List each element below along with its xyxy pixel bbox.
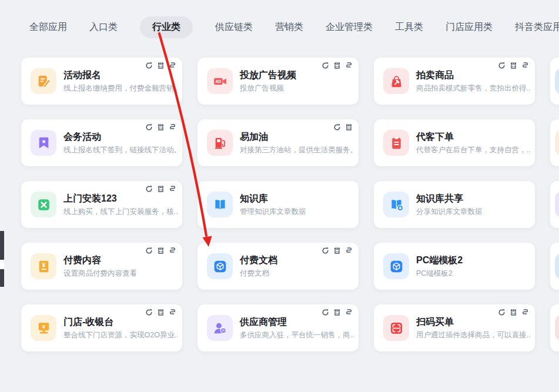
card-actions xyxy=(322,62,353,69)
store-icon[interactable] xyxy=(157,62,165,69)
app-icon xyxy=(555,130,559,156)
link-icon[interactable] xyxy=(345,62,353,69)
app-card-toufangguanggao[interactable]: 投放广告视频 投放广告视频 xyxy=(198,58,359,105)
app-card-saomamaidan[interactable]: 扫码买单 用户通过插件选择商品，可以直接... xyxy=(374,304,535,351)
yen-doc-icon xyxy=(31,253,56,279)
card-title: 易加油 xyxy=(240,130,354,143)
card-subtitle: 投放广告视频 xyxy=(240,83,296,93)
app-icon xyxy=(555,315,559,341)
app-card-pcduanmoban[interactable]: PC端模板2 PC端模板2 xyxy=(374,243,535,290)
app-card-gongyingshangguanli[interactable]: 供应商管理 多供应商入驻，平台统一销售，商... xyxy=(198,304,359,351)
refresh-icon[interactable] xyxy=(145,123,153,131)
refresh-icon[interactable] xyxy=(145,309,153,316)
card-subtitle: 管理知识库文章数据 xyxy=(240,207,306,217)
app-card-zhishiku-gongxiang[interactable]: 知识库共享 分享知识库文章数据 xyxy=(374,181,535,228)
card-title: 投放广告视频 xyxy=(240,69,296,81)
card-title: 知识库 xyxy=(240,192,306,205)
fuel-pump-icon xyxy=(207,130,233,156)
card-subtitle: 用户通过插件选择商品，可以直接... xyxy=(416,330,530,340)
refresh-icon[interactable] xyxy=(498,62,506,69)
card-actions xyxy=(333,123,353,131)
store-icon[interactable] xyxy=(345,123,353,131)
app-card-partial[interactable] xyxy=(550,243,559,290)
tab-douyin-apps[interactable]: 抖音类应用 xyxy=(515,21,559,33)
card-actions xyxy=(322,309,353,316)
card-subtitle: 线上报名线下签到，链接线下活动。 xyxy=(63,145,178,155)
cube-icon xyxy=(383,253,409,279)
card-subtitle: 付费文档 xyxy=(240,269,277,279)
tools-icon xyxy=(31,192,56,217)
card-title: 活动报名 xyxy=(63,69,178,81)
book-icon xyxy=(207,192,233,217)
app-card-daikexiadan[interactable]: 代客下单 代替客户在后台下单，支持自营，... xyxy=(374,119,535,166)
refresh-icon[interactable] xyxy=(322,247,329,254)
tab-marketing[interactable]: 营销类 xyxy=(275,21,303,33)
link-icon[interactable] xyxy=(521,62,529,69)
store-icon[interactable] xyxy=(157,185,165,193)
refresh-icon[interactable] xyxy=(145,185,153,193)
link-icon[interactable] xyxy=(345,309,353,316)
card-subtitle: 对接第三方油站，提供生活类服务。 xyxy=(240,145,354,155)
app-card-shangmenanzhuang[interactable]: 上门安装123 线上购买，线下上门安装服务，核... xyxy=(21,181,182,228)
refresh-icon[interactable] xyxy=(322,62,329,69)
app-card-yijiayou[interactable]: 易加油 对接第三方油站，提供生活类服务。 xyxy=(198,119,359,166)
tab-industry[interactable]: 行业类 xyxy=(140,16,193,38)
store-icon[interactable] xyxy=(510,309,517,316)
card-actions xyxy=(322,247,353,254)
app-card-partial[interactable] xyxy=(550,119,559,166)
link-icon[interactable] xyxy=(521,309,529,316)
app-icon xyxy=(555,192,559,217)
tab-entry[interactable]: 入口类 xyxy=(89,21,118,33)
link-icon[interactable] xyxy=(169,309,176,316)
store-icon[interactable] xyxy=(157,247,165,254)
refresh-icon[interactable] xyxy=(322,309,329,316)
tab-enterprise-mgmt[interactable]: 企业管理类 xyxy=(326,21,373,33)
tab-store-apps[interactable]: 门店应用类 xyxy=(446,21,493,33)
store-icon[interactable] xyxy=(157,309,165,316)
card-subtitle: 设置商品付费内容查看 xyxy=(63,269,137,279)
store-icon[interactable] xyxy=(510,62,517,69)
card-title: PC端模板2 xyxy=(416,254,463,266)
store-icon[interactable] xyxy=(333,247,341,254)
card-actions xyxy=(498,309,529,316)
app-icon xyxy=(555,68,559,94)
link-icon[interactable] xyxy=(169,62,176,69)
app-card-fufeiwendang[interactable]: 付费文档 付费文档 xyxy=(198,243,359,290)
app-card-paimaishangpin[interactable]: 拍卖商品 商品拍卖模式新零售，竞拍出价得... xyxy=(374,58,535,105)
card-title: 扫码买单 xyxy=(416,316,530,328)
store-icon[interactable] xyxy=(157,123,165,131)
doc-pen-icon xyxy=(31,68,56,94)
link-icon[interactable] xyxy=(169,185,176,193)
card-title: 供应商管理 xyxy=(240,316,354,328)
card-subtitle: 分享知识库文章数据 xyxy=(416,207,483,217)
refresh-icon[interactable] xyxy=(333,123,341,131)
refresh-icon[interactable] xyxy=(145,247,153,254)
refresh-icon[interactable] xyxy=(498,309,506,316)
card-title: 付费文档 xyxy=(240,254,277,266)
card-subtitle: 整合线下门店资源，实现O2O异业... xyxy=(63,330,178,340)
app-card-huiwuhuodong[interactable]: 会务活动 线上报名线下签到，链接线下活动。 xyxy=(21,119,182,166)
tab-tools[interactable]: 工具类 xyxy=(395,21,423,33)
card-actions xyxy=(145,123,176,131)
app-card-mendianshouyintai[interactable]: 门店-收银台 整合线下门店资源，实现O2O异业... xyxy=(21,304,182,351)
refresh-icon[interactable] xyxy=(145,62,153,69)
app-card-partial[interactable] xyxy=(550,304,559,351)
app-card-grid: 活动报名 线上报名缴纳费用，付费金额营销... 投放广告视频 投放广告视频 xyxy=(21,58,559,351)
app-card-fufeineirong[interactable]: 付费内容 设置商品付费内容查看 xyxy=(21,243,182,290)
bookmark-star-icon xyxy=(31,130,56,156)
tab-all-apps[interactable]: 全部应用 xyxy=(29,21,67,33)
app-card-partial[interactable] xyxy=(550,58,559,105)
app-card-partial[interactable] xyxy=(550,181,559,228)
app-card-huodongbaoming[interactable]: 活动报名 线上报名缴纳费用，付费金额营销... xyxy=(21,58,182,105)
link-icon[interactable] xyxy=(345,247,353,254)
app-card-zhishiku[interactable]: 知识库 管理知识库文章数据 xyxy=(198,181,359,228)
card-title: 代客下单 xyxy=(416,130,530,143)
link-icon[interactable] xyxy=(169,123,176,131)
store-icon[interactable] xyxy=(333,309,341,316)
tab-supply-chain[interactable]: 供应链类 xyxy=(215,21,253,33)
supplier-person-icon xyxy=(207,315,233,341)
link-icon[interactable] xyxy=(169,247,176,254)
store-icon[interactable] xyxy=(333,62,341,69)
card-actions xyxy=(498,62,529,69)
card-title: 上门安装123 xyxy=(63,192,178,205)
